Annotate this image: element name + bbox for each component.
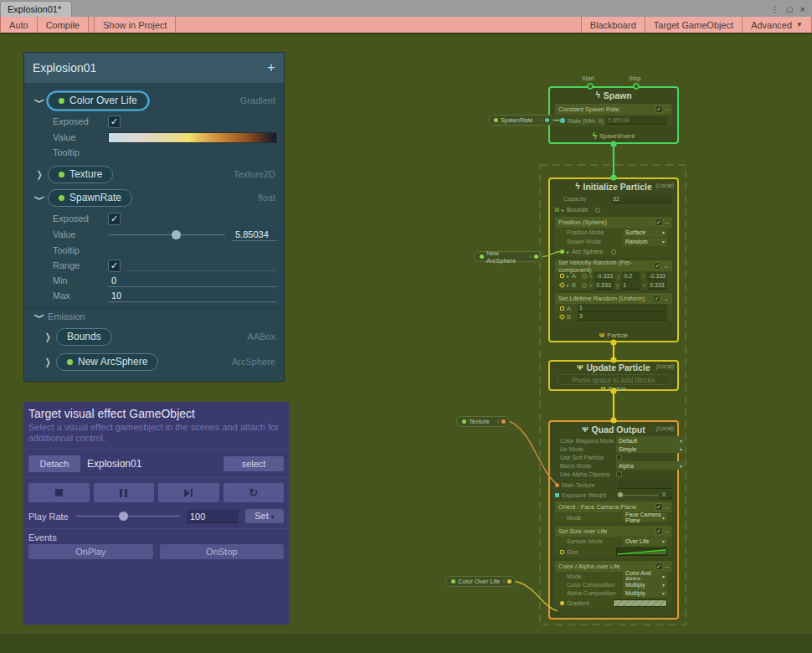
expander-icon[interactable]: ▸ [567, 249, 569, 255]
param-bounds[interactable]: Bounds [56, 328, 112, 346]
set-lifetime-random-block[interactable]: Set Lifetime Random (Uniform) ✓ ⌄ A 1 B … [555, 293, 672, 321]
graph-canvas[interactable]: Explosion01 + ❭ Color Over Life Gradient… [0, 36, 812, 653]
block-enabled-checkbox[interactable]: ✓ [654, 262, 660, 270]
color-composition-dropdown[interactable]: Multiply▾ [623, 580, 667, 589]
main-texture-input-port[interactable] [555, 483, 559, 487]
exposed-checkbox[interactable]: ✓ [108, 213, 121, 225]
sample-mode-dropdown[interactable]: Over Life▾ [623, 537, 667, 546]
collapse-icon[interactable]: ‹ [497, 419, 499, 424]
slider-handle[interactable] [119, 512, 128, 521]
max-field[interactable]: 10 [108, 289, 277, 302]
output-port[interactable] [501, 419, 506, 424]
update-particle-node[interactable]: Ψ Update Particle (Local) Press space to… [548, 360, 679, 391]
block-enabled-checkbox[interactable]: ✓ [653, 295, 660, 302]
pause-button[interactable] [94, 483, 155, 502]
chevron-right-icon[interactable]: ❭ [34, 169, 44, 180]
chevron-down-icon[interactable]: ❭ [34, 193, 45, 203]
output-port[interactable] [507, 579, 511, 584]
spawn-context-node[interactable]: ϟ Spawn Constant Spawn Rate ✓ – Rate (Mi… [548, 86, 679, 144]
target-gameobject-toggle-button[interactable]: Target GameObject [645, 17, 743, 33]
step-button[interactable] [158, 483, 219, 502]
value-field[interactable]: 5.85034 [232, 228, 277, 241]
min-field[interactable]: 0 [108, 274, 277, 287]
advanced-dropdown-button[interactable]: Advanced ▼ [743, 17, 812, 33]
set-size-over-life-block[interactable]: Set Size over Life ✓ – Sample Mode Over … [555, 526, 672, 558]
lifetime-a-port[interactable] [560, 306, 564, 311]
exposure-weight-port[interactable] [555, 493, 559, 497]
velocity-a-port[interactable] [560, 274, 564, 278]
block-enabled-checkbox[interactable]: ✓ [655, 503, 663, 511]
block-enabled-checkbox[interactable]: ✓ [655, 219, 663, 226]
collapse-icon[interactable]: ⌄ [663, 262, 669, 270]
collapse-icon[interactable]: – [666, 219, 669, 226]
gradient-value-field[interactable] [108, 132, 277, 143]
output-port[interactable] [534, 255, 538, 259]
new-arcsphere-parameter-node[interactable]: New ArcSphere ‹ [474, 251, 542, 262]
param-texture[interactable]: Texture [48, 166, 113, 183]
alpha-composition-dropdown[interactable]: Multiply▾ [623, 589, 667, 597]
range-checkbox[interactable]: ✓ [108, 260, 121, 272]
chevron-right-icon[interactable]: ❭ [43, 332, 53, 342]
spawnrate-parameter-node[interactable]: SpawnRate ‹ [488, 115, 553, 126]
collapse-icon[interactable]: – [666, 503, 669, 511]
color-mapping-dropdown[interactable]: Default▾ [616, 436, 685, 445]
position-sphere-block[interactable]: Position (Sphere) ✓ – Position Mode Surf… [555, 217, 672, 257]
bounds-input-port[interactable] [555, 208, 559, 212]
initialize-particle-node[interactable]: ϟ Initialize Particle (Local) Capacity 3… [548, 177, 679, 342]
output-port[interactable] [545, 118, 549, 122]
slider-handle[interactable] [618, 492, 623, 497]
exposure-slider[interactable] [618, 495, 658, 496]
velocity-a-z-field[interactable]: -0.333 [647, 272, 667, 280]
expander-icon[interactable]: ▸ [562, 207, 564, 213]
arc-sphere-input-port[interactable] [560, 249, 564, 254]
velocity-a-y-field[interactable]: 0.2 [622, 272, 640, 280]
soft-particle-checkbox[interactable] [616, 455, 622, 460]
velocity-b-port[interactable] [559, 282, 565, 288]
blackboard-toggle-button[interactable]: Blackboard [581, 17, 645, 33]
uv-mode-dropdown[interactable]: Simple▾ [616, 445, 685, 453]
rate-input-port[interactable] [560, 118, 565, 123]
select-button[interactable]: select [224, 456, 284, 471]
restart-button[interactable]: ↻ [224, 483, 285, 502]
value-slider[interactable] [108, 234, 225, 235]
compile-button[interactable]: Compile [38, 17, 89, 33]
alpha-clipping-checkbox[interactable] [616, 471, 622, 477]
velocity-b-x-field[interactable]: 0.333 [594, 281, 614, 290]
chevron-down-icon[interactable]: ❭ [34, 311, 45, 321]
set-velocity-random-block[interactable]: Set Velocity Random (Per-component) ✓ ⌄ … [555, 260, 672, 290]
blackboard-header[interactable]: Explosion01 + [24, 53, 284, 83]
rate-value-field[interactable]: 5.85034 [606, 116, 667, 125]
category-emission[interactable]: Emission [48, 311, 85, 321]
collapse-icon[interactable]: – [666, 527, 669, 535]
blend-mode-dropdown[interactable]: Alpha▾ [616, 461, 685, 470]
slider-handle[interactable] [172, 230, 181, 239]
chevron-down-icon[interactable]: ❭ [34, 95, 45, 105]
block-enabled-checkbox[interactable]: ✓ [655, 563, 663, 570]
collapse-icon[interactable]: ‹ [541, 117, 542, 123]
main-texture-field[interactable] [618, 481, 672, 489]
exposed-checkbox[interactable]: ✓ [108, 116, 121, 128]
param-new-arcsphere[interactable]: New ArcSphere [56, 353, 158, 371]
color-alpha-over-life-block[interactable]: Color / Alpha over Life ✓ – Mode Color A… [555, 561, 672, 609]
param-spawnrate[interactable]: SpawnRate [48, 189, 132, 207]
orient-mode-dropdown[interactable]: Face Camera Plane▾ [623, 513, 667, 522]
capacity-field[interactable]: 32 [611, 195, 672, 203]
lifetime-b-port[interactable] [559, 313, 565, 319]
detach-button[interactable]: Detach [28, 455, 80, 472]
quad-output-node[interactable]: Ψ Quad Output (Local) Color Mapping Mode… [548, 420, 679, 620]
tab-explosion01[interactable]: Explosion01* [0, 1, 72, 17]
onstop-button[interactable]: OnStop [160, 544, 285, 559]
block-enabled-checkbox[interactable]: ✓ [655, 527, 663, 535]
maximize-icon[interactable]: □ [787, 5, 793, 14]
collapse-icon[interactable]: ⌄ [663, 295, 669, 302]
collapse-icon[interactable]: ‹ [503, 578, 505, 584]
orient-block[interactable]: Orient : Face Camera Plane ✓ – Mode Face… [555, 501, 672, 522]
chevron-right-icon[interactable]: ❭ [43, 357, 53, 368]
spawn-mode-dropdown[interactable]: Random ▾ [623, 238, 667, 246]
block-enabled-checkbox[interactable]: ✓ [655, 105, 663, 113]
gradient-input-port[interactable] [560, 601, 564, 605]
auto-button[interactable]: Auto [0, 17, 38, 33]
expander-icon[interactable]: ▸ [567, 282, 569, 288]
velocity-b-y-field[interactable]: 1 [621, 281, 640, 290]
size-port[interactable] [560, 550, 564, 554]
